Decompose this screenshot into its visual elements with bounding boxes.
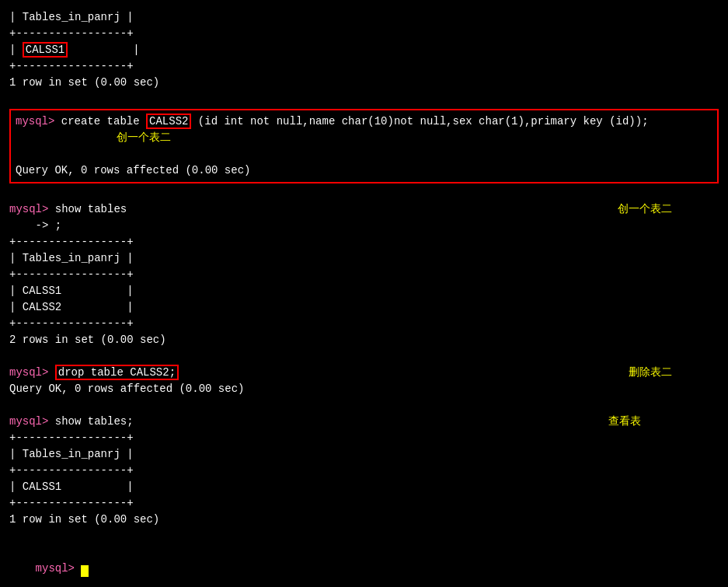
- mysql-prompt-create: mysql>: [16, 115, 61, 128]
- create-cmd-before: create table: [61, 115, 146, 128]
- create-annotation: 创一个表二: [117, 131, 171, 144]
- drop-annotation: 删除表二: [629, 365, 672, 381]
- create-result: Query OK, 0 rows affected (0.00 sec): [16, 162, 712, 179]
- row-count-final: 1 row in set (0.00 sec): [9, 512, 719, 528]
- show-tables-final-annotation: 查看表: [608, 414, 641, 430]
- table-border-top: | Tables_in_panrj |: [9, 9, 719, 26]
- table-border-show1: +-----------------+: [9, 234, 719, 250]
- calss1-highlight-top: CALSS1: [23, 42, 68, 58]
- table-header-show1: | Tables_in_panrj |: [9, 250, 719, 267]
- table-border-final2: +-----------------+: [9, 463, 719, 479]
- calss1-row-top: | CALSS1 |: [9, 42, 719, 58]
- row-count-top: 1 row in set (0.00 sec): [9, 75, 719, 91]
- terminal-window: | Tables_in_panrj | +-----------------+ …: [3, 6, 725, 587]
- create-table-section: mysql> create table CALSS2 (id int not n…: [9, 109, 719, 183]
- mysql-prompt-final: mysql>: [36, 562, 82, 575]
- table-border-final3: +-----------------+: [9, 495, 719, 512]
- mysql-prompt-show1: mysql>: [9, 203, 55, 215]
- show-tables-final-section: 查看表 mysql> show tables; +---------------…: [9, 414, 719, 528]
- table-border-show2: +-----------------+: [9, 267, 719, 283]
- final-prompt-line[interactable]: mysql>: [9, 544, 719, 587]
- drop-table-cmd: mysql> drop table CALSS2;: [9, 365, 719, 381]
- create-table-cmd: mysql> create table CALSS2 (id int not n…: [16, 114, 712, 162]
- mysql-prompt-drop: mysql>: [9, 366, 55, 379]
- table-border-sep2: +-----------------+: [9, 58, 719, 75]
- drop-cmd-highlight: drop table CALSS2;: [55, 365, 179, 380]
- show-tables-cmd: mysql> show tables: [9, 201, 719, 218]
- drop-table-section: 删除表二 mysql> drop table CALSS2; Query OK,…: [9, 365, 719, 397]
- show-tables-continuation: -> ;: [9, 218, 719, 234]
- show-tables-after-create-section: 创一个表二 mysql> show tables -> ; +---------…: [9, 201, 719, 348]
- drop-result: Query OK, 0 rows affected (0.00 sec): [9, 381, 719, 397]
- calss1-row-final: | CALSS1 |: [9, 479, 719, 495]
- table-border-sep1: +-----------------+: [9, 26, 719, 42]
- table-border-final1: +-----------------+: [9, 430, 719, 446]
- row-count-show1: 2 rows in set (0.00 sec): [9, 332, 719, 348]
- calss1-row-show1: | CALSS1 |: [9, 283, 719, 299]
- create-cmd-after: (id int not null,name char(10)not null,s…: [191, 115, 648, 128]
- table-header-final: | Tables_in_panrj |: [9, 446, 719, 463]
- calss2-highlight-create: CALSS2: [146, 114, 191, 129]
- mysql-prompt-show-final: mysql>: [9, 415, 55, 428]
- show-tables-annotation: 创一个表二: [618, 201, 672, 218]
- calss2-row-show1: | CALSS2 |: [9, 299, 719, 316]
- table-border-show3: +-----------------+: [9, 316, 719, 332]
- cursor-block: [81, 565, 89, 577]
